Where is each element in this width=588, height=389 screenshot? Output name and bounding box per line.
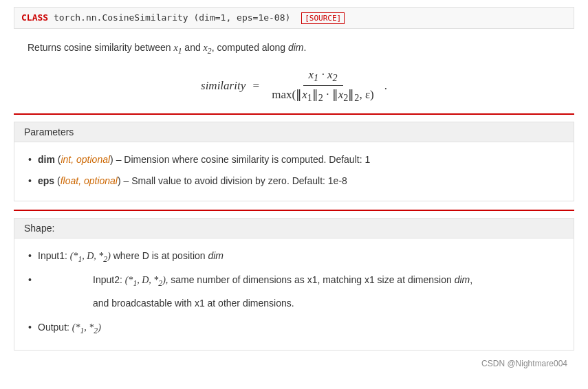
broadcastable-text: and broadcastable with x1 at other dimen… [79, 290, 564, 313]
input2-block: Input2: (*1, D, *2), same number of dime… [38, 272, 564, 290]
formula-block: similarity = x1 · x2 max(‖x1‖2 · ‖x2‖2, … [14, 68, 574, 104]
input2-dim: dim [455, 274, 470, 285]
source-link[interactable]: [SOURCE] [301, 12, 345, 24]
formula-equals: = [250, 79, 262, 93]
input1-dim: dim [208, 250, 224, 261]
list-item: Output: (*1, *2) [24, 317, 564, 340]
shape-header: Shape: [14, 219, 574, 238]
class-header: CLASS torch.nn.CosineSimilarity (dim=1, … [14, 7, 574, 29]
description-block: Returns cosine similarity between x1 and… [28, 40, 560, 58]
formula-fraction: x1 · x2 max(‖x1‖2 · ‖x2‖2, ε) [266, 68, 379, 104]
parameters-section: Parameters dim (int, optional) – Dimensi… [14, 122, 574, 201]
shape-list: Input1: (*1, D, *2) where D is at positi… [24, 245, 564, 340]
output-label: Output: [38, 322, 72, 333]
divider-1 [14, 113, 574, 115]
divider-2 [14, 210, 574, 211]
parameters-header: Parameters [14, 122, 574, 142]
watermark: CSDN @Nightmare004 [14, 359, 574, 368]
param-eps-name: eps [38, 175, 54, 186]
desc-text-middle: and [182, 42, 203, 53]
formula-label: similarity [201, 79, 246, 93]
formula-period: . [384, 79, 387, 93]
class-full-name: torch.nn.CosineSimilarity [54, 12, 188, 23]
desc-period: . [304, 42, 307, 53]
input1-label: Input1: [38, 250, 70, 261]
input2-comma: , [470, 274, 472, 285]
param-eps-desc: – Small value to avoid division by zero.… [124, 175, 347, 186]
param-eps-type: float, optional [61, 175, 118, 186]
formula-numerator: x1 · x2 [303, 68, 343, 86]
desc-text-after: , computed along [212, 42, 288, 53]
param-dim-name: dim [38, 154, 55, 165]
input2-desc: same number of dimensions as x1, matchin… [168, 274, 454, 285]
input2-math: (*1, D, *2), [125, 275, 168, 285]
param-dim-sep2: ) [110, 154, 113, 165]
param-dim-desc: – Dimension where cosine similarity is c… [116, 154, 371, 165]
param-eps-sep2: ) [118, 175, 121, 186]
input1-desc: where D is at position [111, 250, 208, 261]
list-item: Input1: (*1, D, *2) where D is at positi… [24, 245, 564, 269]
list-item: dim (int, optional) – Dimension where co… [24, 149, 564, 170]
formula-denominator: max(‖x1‖2 · ‖x2‖2, ε) [266, 86, 379, 104]
class-params: (dim=1, eps=1e-08) [193, 12, 290, 23]
class-keyword: CLASS [21, 12, 48, 23]
input2-label: Input2: [93, 274, 125, 285]
shape-section: Shape: Input1: (*1, D, *2) where D is at… [14, 218, 574, 351]
desc-x2: x2 [204, 43, 212, 53]
desc-x1: x1 [173, 43, 182, 53]
list-item: Input2: (*1, D, *2), same number of dime… [24, 269, 564, 317]
list-item: eps (float, optional) – Small value to a… [24, 170, 564, 191]
output-math: (*1, *2) [72, 322, 101, 333]
shape-content: Input1: (*1, D, *2) where D is at positi… [14, 238, 574, 350]
param-list: dim (int, optional) – Dimension where co… [24, 149, 564, 191]
desc-text-before: Returns cosine similarity between [28, 42, 173, 53]
parameters-content: dim (int, optional) – Dimension where co… [14, 142, 574, 201]
param-dim-type: int, optional [61, 154, 110, 165]
input1-math: (*1, D, *2) [70, 251, 111, 261]
desc-dim: dim [288, 42, 304, 53]
